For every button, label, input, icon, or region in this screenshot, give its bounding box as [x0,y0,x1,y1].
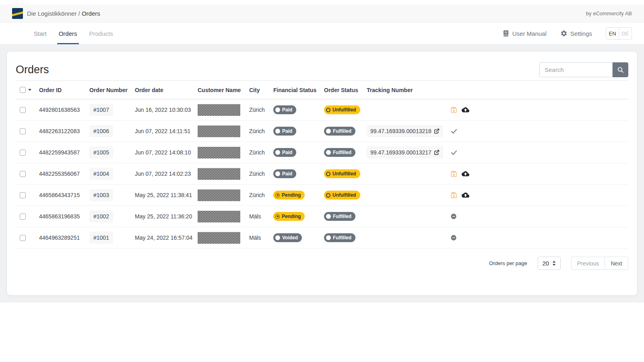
per-page-value: 20 [542,260,549,267]
search-button[interactable] [613,62,628,77]
badge-label: Unfulfilled [332,171,356,177]
col-header-tracking-number: Tracking Number [367,81,450,99]
card-header: Orders [16,59,628,80]
tab-orders[interactable]: Orders [57,23,79,44]
col-header-city: City [249,81,273,99]
status-dot-icon [326,235,331,240]
settings-gear-icon [560,30,568,37]
select-all-caret-icon[interactable] [28,89,31,91]
order-number-chip: #1003 [89,189,113,201]
order-id: 4482259943587 [39,142,89,163]
tracking-number-link[interactable]: 99.47.169339.00013218 [367,125,443,137]
table-row: 4482255356067 #1004 Jun 07, 2022 14:02:2… [16,163,628,185]
badge-label: Paid [282,107,292,113]
minus-circle-icon [450,234,457,241]
order-id: 4482255356067 [39,163,89,185]
customer-name-redacted [198,104,240,116]
city: Zürich [249,163,273,185]
order-number-chip: #1004 [89,168,113,180]
pager-buttons: Previous Next [571,257,628,270]
orders-per-page-label: Orders per page [489,260,527,266]
order-date: May 25, 2022 11:38:41 [135,185,198,206]
next-button[interactable]: Next [605,257,628,270]
row-checkbox[interactable] [20,214,26,220]
order-status-badge: Fulfilled [324,148,355,157]
tab-start[interactable]: Start [32,23,48,44]
badge-label: Pending [282,214,301,219]
order-status-badge: Unfulfilled [324,191,360,200]
settings-label: Settings [570,30,592,37]
lang-de-button[interactable]: DE [619,27,632,40]
customer-name-redacted [198,147,240,158]
brand-logo-icon [12,8,23,19]
status-circle-dot-icon [275,193,280,197]
cloud-upload-icon[interactable] [462,107,469,113]
badge-label: Unfulfilled [332,192,356,198]
row-checkbox[interactable] [20,128,26,134]
page-title: Orders [16,64,49,76]
order-number-chip: #1005 [89,146,113,158]
minus-circle-icon [450,213,457,220]
user-manual-link[interactable]: User Manual [502,30,547,37]
row-checkbox[interactable] [20,171,26,177]
nav-right: User Manual Settings EN DE [502,27,632,40]
city: Zürich [249,121,273,142]
previous-button[interactable]: Previous [571,257,605,270]
status-circle-dot-icon [275,214,280,219]
settings-link[interactable]: Settings [560,30,592,37]
customer-name-redacted [198,211,240,222]
col-header-order-number: Order Number [89,81,135,99]
table-header-row: Order ID Order Number Order date Custome… [16,81,628,99]
order-status-badge: Fulfilled [324,233,355,242]
status-dot-icon [275,107,280,112]
row-checkbox[interactable] [20,235,26,241]
select-all-checkbox[interactable] [20,87,26,93]
order-id: 4465864343715 [39,185,89,206]
tracking-number: 99.47.169339.00013218 [370,128,431,134]
updown-arrows-icon [552,261,556,266]
cloud-upload-icon[interactable] [462,171,469,177]
financial-status-badge: Paid [273,127,296,136]
customer-name-redacted [198,232,240,244]
breadcrumb-brand: Die Logistikkönner [27,10,76,17]
lang-en-button[interactable]: EN [606,27,619,40]
save-floppy-icon[interactable] [450,171,457,177]
status-dot-icon [326,129,331,134]
badge-label: Fulfilled [333,235,351,241]
row-checkbox[interactable] [20,107,26,113]
row-checkbox[interactable] [20,192,26,198]
orders-card: Orders Or [6,51,638,296]
financial-status-badge: Pending [273,212,305,221]
save-floppy-icon[interactable] [450,192,457,199]
order-status-badge: Unfulfilled [324,169,360,178]
table-row: 4482259943587 #1005 Jun 07, 2022 14:08:1… [16,142,628,163]
navbar: Start Orders Products User Manual Settin… [0,23,644,45]
search-input[interactable] [539,62,613,77]
user-manual-book-icon [502,30,510,37]
check-icon [450,149,458,156]
customer-name-redacted [198,125,240,137]
byline: by eCommercify AB [586,10,632,16]
order-number-chip: #1006 [89,125,113,137]
badge-label: Pending [282,192,301,198]
orders-per-page-select[interactable]: 20 [538,257,561,270]
tracking-number-link[interactable]: 99.47.169339.00013217 [367,146,443,158]
badge-label: Paid [282,128,292,134]
row-checkbox[interactable] [20,150,26,156]
badge-label: Fulfilled [333,214,351,219]
financial-status-badge: Pending [273,191,305,200]
financial-status-badge: Paid [273,105,296,114]
cloud-upload-icon[interactable] [462,192,469,198]
financial-status-badge: Paid [273,148,296,157]
city: Mäls [249,227,273,249]
external-link-icon [434,128,440,134]
save-floppy-icon[interactable] [450,107,457,113]
status-circle-icon [326,172,330,176]
search-group [539,62,628,77]
tab-products[interactable]: Products [88,23,115,44]
status-dot-icon [275,129,280,134]
order-date: May 24, 2022 16:57:04 [135,227,198,249]
customer-name-redacted [198,189,240,201]
nav-tabs: Start Orders Products [32,23,124,44]
user-manual-label: User Manual [512,30,547,37]
